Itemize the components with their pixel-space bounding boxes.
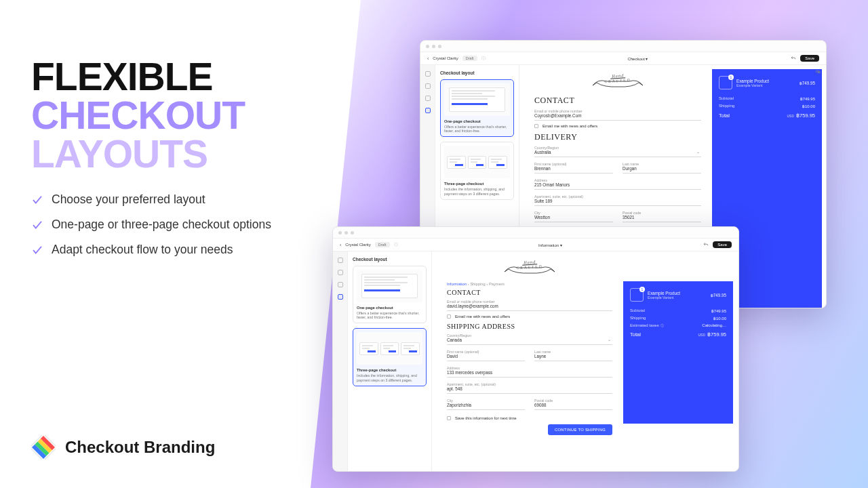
- city-field[interactable]: CityWestton: [534, 209, 613, 222]
- save-info-optin[interactable]: Save this information for next time: [447, 416, 612, 420]
- editor-rail: [333, 251, 348, 471]
- rail-item-sections[interactable]: [338, 258, 343, 263]
- option-desc: Includes the information, shipping, and …: [444, 187, 510, 195]
- panel-title: Checkout layout: [440, 70, 514, 75]
- country-field[interactable]: Country/RegionCanada⌄: [447, 332, 612, 345]
- product-variant: Example Variant: [736, 83, 769, 87]
- first-name-field[interactable]: First name (optional)Brennan: [534, 161, 613, 174]
- brand-logo-icon: [31, 435, 56, 460]
- headline: Flexible Checkout Layouts: [31, 58, 330, 174]
- tax-value: Calculating…: [702, 323, 726, 327]
- chevron-down-icon: ⌄: [608, 337, 611, 342]
- option-title: One-page checkout: [444, 119, 510, 123]
- rail-item-settings[interactable]: [425, 96, 431, 101]
- apt-field[interactable]: Apartment, suite, etc. (optional)Suite 1…: [534, 193, 701, 206]
- total-value: ฿759.95: [707, 331, 726, 338]
- rail-item-layout[interactable]: [338, 294, 343, 300]
- draft-badge: Draft: [375, 242, 390, 247]
- back-icon[interactable]: ‹: [427, 56, 429, 61]
- subtotal-value: ฿749.95: [711, 308, 726, 313]
- contact-heading: CONTACT: [534, 96, 701, 106]
- feature-text: One-page or three-page checkout options: [52, 218, 271, 232]
- product-price: ฿749.95: [711, 293, 726, 298]
- window-chrome: [333, 227, 738, 239]
- option-title: One-page checkout: [357, 306, 422, 310]
- undo-icon[interactable]: [703, 241, 709, 248]
- shipping-label: Shipping: [630, 316, 646, 321]
- address-field[interactable]: Address215 Omari Manors: [534, 177, 701, 190]
- panel-title: Checkout layout: [353, 257, 427, 262]
- option-title: Three-page checkout: [444, 182, 510, 186]
- apt-field[interactable]: Apartment, suite, etc. (optional)apt. 54…: [447, 381, 612, 394]
- save-button[interactable]: Save: [713, 241, 732, 248]
- subtotal-label: Subtotal: [630, 308, 645, 313]
- shipping-heading: SHIPPING ADDRESS: [447, 323, 612, 330]
- product-thumb-icon: [719, 76, 732, 89]
- page-switcher[interactable]: Information ▾: [538, 243, 562, 247]
- layout-option-threepage[interactable]: Three-page checkout Includes the informa…: [440, 142, 514, 199]
- order-summary: Example ProductExample Variant ฿749.95 S…: [623, 281, 733, 424]
- total-label: Total: [630, 331, 641, 338]
- page-switcher[interactable]: Checkout ▾: [627, 56, 648, 61]
- rail-item-layout[interactable]: [425, 108, 431, 113]
- store-logo: HandCRAFTED: [534, 72, 701, 92]
- option-title: Three-page checkout: [357, 368, 422, 372]
- postal-field[interactable]: Postal code69088: [534, 397, 612, 410]
- brand-lockup: Checkout Branding: [31, 435, 215, 460]
- editor-topbar: ‹ Crystal Clarity Draft ⓘ Checkout ▾ Sav…: [420, 52, 826, 65]
- city-field[interactable]: CityZaporizhzhia: [447, 397, 525, 410]
- store-name: Crystal Clarity: [433, 56, 458, 60]
- rail-item-sections[interactable]: [425, 71, 431, 77]
- check-icon: [31, 244, 43, 256]
- feature-item: Adapt checkout flow to your needs: [31, 243, 330, 257]
- country-field[interactable]: Country/RegionAustralia⌄: [534, 144, 701, 157]
- product-name: Example Product: [736, 79, 769, 83]
- back-icon[interactable]: ‹: [340, 243, 341, 247]
- checkbox-icon: [447, 416, 451, 420]
- postal-field[interactable]: Postal code35021: [623, 209, 701, 222]
- delivery-heading: DELIVERY: [534, 132, 701, 142]
- cart-icon[interactable]: 🛍: [816, 69, 821, 74]
- news-optin[interactable]: Email me with news and offers: [534, 124, 701, 128]
- first-name-field[interactable]: First name (optional)David: [447, 348, 525, 361]
- check-icon: [31, 194, 43, 206]
- checkbox-icon: [447, 314, 451, 319]
- three-page-thumb: [357, 332, 422, 365]
- rail-item-settings[interactable]: [338, 282, 343, 287]
- store-logo: HandCRAFTED: [447, 258, 612, 278]
- option-desc: Offers a better experience that's shorte…: [444, 125, 510, 133]
- layout-option-onepage[interactable]: One-page checkout Offers a better experi…: [353, 266, 427, 323]
- news-optin[interactable]: Email me with news and offers: [447, 314, 612, 319]
- layout-option-threepage[interactable]: Three-page checkout Includes the informa…: [353, 328, 427, 386]
- last-name-field[interactable]: Last nameLayne: [534, 348, 612, 361]
- store-name: Crystal Clarity: [345, 243, 370, 247]
- rail-item-theme[interactable]: [338, 270, 343, 275]
- address-field[interactable]: Address133 mercedes overpass: [447, 365, 612, 378]
- feature-item: Choose your preferred layout: [31, 192, 330, 207]
- layout-option-onepage[interactable]: One-page checkout Offers a better experi…: [440, 79, 514, 137]
- email-field[interactable]: Email or mobile phone numberdavid.layne@…: [447, 298, 612, 311]
- contact-heading: CONTACT: [447, 289, 612, 296]
- browser-window-threepage: ‹ Crystal Clarity Draft ⓘ Information ▾ …: [332, 226, 739, 472]
- three-page-thumb: [444, 146, 510, 178]
- rail-item-theme[interactable]: [425, 83, 431, 89]
- product-variant: Example Variant: [648, 296, 680, 300]
- total-value: ฿759.95: [796, 113, 815, 119]
- feature-item: One-page or three-page checkout options: [31, 218, 330, 232]
- continue-button[interactable]: CONTINUE TO SHIPPING: [548, 424, 612, 435]
- email-field[interactable]: Email or mobile phone numberCoyrosb@Exam…: [534, 108, 701, 121]
- product-thumb-icon: [630, 288, 644, 302]
- feature-text: Adapt checkout flow to your needs: [52, 243, 233, 257]
- layout-panel: Checkout layout One-page checkout Offers…: [348, 251, 432, 471]
- last-name-field[interactable]: Last nameDurgan: [623, 161, 701, 174]
- subtotal-value: ฿749.95: [800, 96, 815, 101]
- option-desc: Offers a better experience that's shorte…: [357, 311, 422, 319]
- headline-line2: Checkout: [31, 96, 330, 135]
- one-page-thumb: [444, 83, 510, 116]
- info-icon[interactable]: ⓘ: [394, 242, 398, 248]
- chevron-down-icon: ⌄: [696, 149, 700, 154]
- total-label: Total: [719, 113, 730, 119]
- undo-icon[interactable]: [790, 55, 797, 62]
- info-icon[interactable]: ⓘ: [481, 56, 486, 62]
- save-button[interactable]: Save: [800, 55, 819, 62]
